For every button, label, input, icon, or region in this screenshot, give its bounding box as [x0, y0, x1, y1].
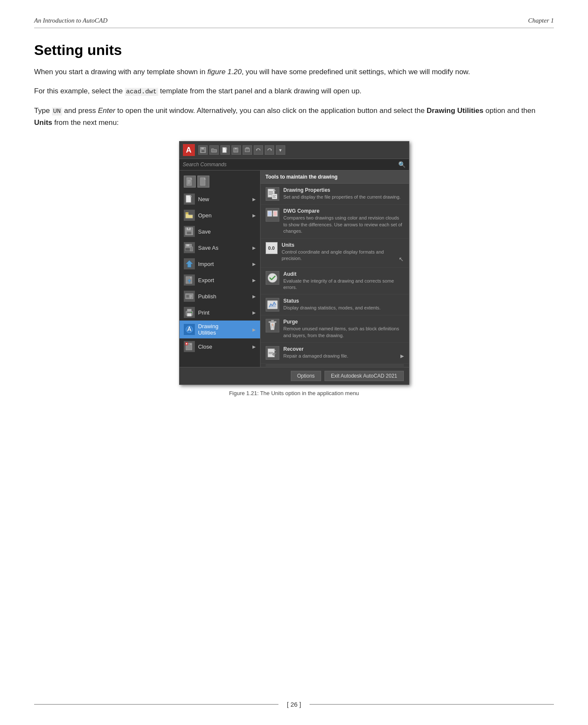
toolbar-dropdown-icon[interactable]: ▼ — [276, 145, 285, 155]
svg-rect-24 — [190, 247, 193, 251]
menu-item-publish[interactable]: Publish ▶ — [180, 288, 260, 304]
menu-item-drawing-utilities[interactable]: DrawingUtilities ▶ — [180, 321, 260, 338]
menu-item-new[interactable]: New ▶ — [180, 191, 260, 207]
menu-item-drawing-utilities-label: DrawingUtilities — [198, 323, 249, 336]
right-item-units[interactable]: 0.0 Units Control coordinate and angle d… — [261, 239, 409, 268]
purge-text: Purge Remove unused named items, such as… — [284, 319, 404, 339]
right-item-status[interactable]: Status Display drawing statistics, modes… — [261, 295, 409, 315]
right-item-audit[interactable]: Audit Evaluate the integrity of a drawin… — [261, 268, 409, 295]
svg-rect-54 — [268, 211, 271, 216]
header-left: An Introduction to AutoCAD — [34, 17, 107, 24]
search-icon: 🔍 — [398, 161, 406, 168]
figure-caption: Figure 1.21: The Units option in the app… — [229, 390, 359, 396]
search-placeholder: Search Commands — [183, 162, 398, 168]
menu-item-publish-label: Publish — [198, 293, 249, 300]
drawing-properties-desc: Set and display the file properties of t… — [284, 194, 404, 200]
menu-item-export[interactable]: Export ▶ — [180, 272, 260, 288]
menu-item-save-label: Save — [198, 228, 256, 235]
drawing-properties-icon — [266, 187, 279, 201]
svg-rect-11 — [188, 180, 191, 181]
svg-rect-63 — [269, 352, 273, 353]
page-footer: [ 26 ] — [34, 701, 554, 708]
app-button[interactable]: A — [183, 144, 195, 156]
svg-marker-25 — [186, 260, 193, 267]
menu-search-bar[interactable]: Search Commands 🔍 — [180, 159, 409, 170]
toolbar-open-icon[interactable] — [209, 145, 219, 155]
svg-rect-12 — [188, 182, 191, 182]
toolbar-undo-icon[interactable] — [254, 145, 263, 155]
menu-separator — [266, 364, 404, 365]
drawing-utilities-arrow-icon: ▶ — [252, 327, 256, 332]
recent-doc-icon-1 — [184, 176, 196, 188]
svg-rect-5 — [235, 148, 237, 149]
paragraph-3: Type UN and press Enter to open the unit… — [34, 105, 554, 128]
svg-rect-50 — [273, 196, 275, 197]
right-section-header: Tools to maintain the drawing — [261, 170, 409, 184]
toolbar-saveas-icon[interactable] — [232, 145, 241, 155]
svg-point-65 — [272, 353, 275, 355]
toolbar-save-icon[interactable] — [198, 145, 208, 155]
toolbar-plot-icon[interactable] — [243, 145, 252, 155]
svg-rect-55 — [274, 211, 277, 216]
menu-item-save[interactable]: Save — [180, 223, 260, 240]
menu-item-export-label: Export — [198, 277, 249, 283]
status-title: Status — [284, 298, 404, 304]
right-item-purge[interactable]: Purge Remove unused named items, such as… — [261, 315, 409, 343]
recover-arrow-icon: ▶ — [400, 353, 404, 359]
import-icon — [184, 258, 195, 269]
toolbar-new-icon[interactable] — [220, 145, 230, 155]
svg-rect-20 — [188, 228, 189, 229]
autocad-menu-screenshot: A — [179, 141, 409, 385]
toolbar-redo-icon[interactable] — [265, 145, 274, 155]
publish-icon — [184, 291, 195, 302]
audit-icon — [266, 271, 279, 285]
svg-rect-19 — [187, 231, 191, 234]
exit-button[interactable]: Exit Autodesk AutoCAD 2021 — [324, 371, 403, 381]
svg-rect-37 — [191, 312, 192, 313]
menu-footer: Options Exit Autodesk AutoCAD 2021 — [180, 367, 409, 384]
options-button[interactable]: Options — [291, 371, 321, 381]
code-un: UN — [52, 107, 62, 116]
menu-toolbar: A — [180, 142, 409, 159]
svg-rect-30 — [186, 295, 189, 298]
drawing-utilities-icon — [184, 324, 195, 335]
figure-container: A — [34, 141, 554, 396]
page-container: An Introduction to AutoCAD Chapter 1 Set… — [0, 0, 588, 725]
menu-item-open-label: Open — [198, 212, 249, 219]
right-item-recover[interactable]: Recover Repair a damaged drawing file. ▶ — [261, 343, 409, 364]
svg-rect-16 — [185, 212, 188, 214]
footer-line-left — [34, 704, 278, 705]
drawing-properties-title: Drawing Properties — [284, 187, 404, 193]
chapter-title: Setting units — [34, 42, 554, 58]
svg-rect-13 — [188, 183, 190, 183]
menu-item-import[interactable]: Import ▶ — [180, 256, 260, 272]
units-title: Units — [282, 242, 404, 248]
dwg-compare-desc: Compares two drawings using color and re… — [284, 215, 404, 234]
paragraph-1: When you start a drawing with any templa… — [34, 66, 554, 78]
svg-rect-59 — [271, 320, 274, 322]
menu-item-close[interactable]: Close ▶ — [180, 338, 260, 355]
units-text: Units Control coordinate and angle displ… — [282, 242, 404, 264]
menu-item-open[interactable]: Open ▶ — [180, 207, 260, 223]
menu-item-saveas[interactable]: Save As ▶ — [180, 240, 260, 256]
purge-desc: Remove unused named items, such as block… — [284, 326, 404, 339]
audit-desc: Evaluate the integrity of a drawing and … — [284, 278, 404, 291]
menu-right-column: Tools to maintain the drawing — [261, 170, 409, 367]
svg-rect-36 — [187, 313, 191, 316]
open-icon — [184, 210, 195, 221]
new-arrow-icon: ▶ — [252, 197, 256, 202]
menu-item-print-label: Print — [198, 309, 249, 316]
menu-item-print[interactable]: Print ▶ — [180, 304, 260, 321]
menu-separator-2 — [266, 366, 404, 366]
import-arrow-icon: ▶ — [252, 262, 256, 266]
save-icon — [184, 226, 195, 237]
menu-item-new-label: New — [198, 196, 249, 202]
units-icon: 0.0 — [266, 242, 278, 254]
svg-rect-1 — [201, 147, 204, 149]
close-icon — [184, 341, 195, 352]
dwg-compare-icon — [266, 208, 279, 222]
right-item-drawing-properties[interactable]: Drawing Properties Set and display the f… — [261, 184, 409, 205]
svg-rect-47 — [269, 194, 272, 195]
print-icon — [184, 307, 195, 318]
right-item-dwg-compare[interactable]: DWG Compare Compares two drawings using … — [261, 205, 409, 238]
